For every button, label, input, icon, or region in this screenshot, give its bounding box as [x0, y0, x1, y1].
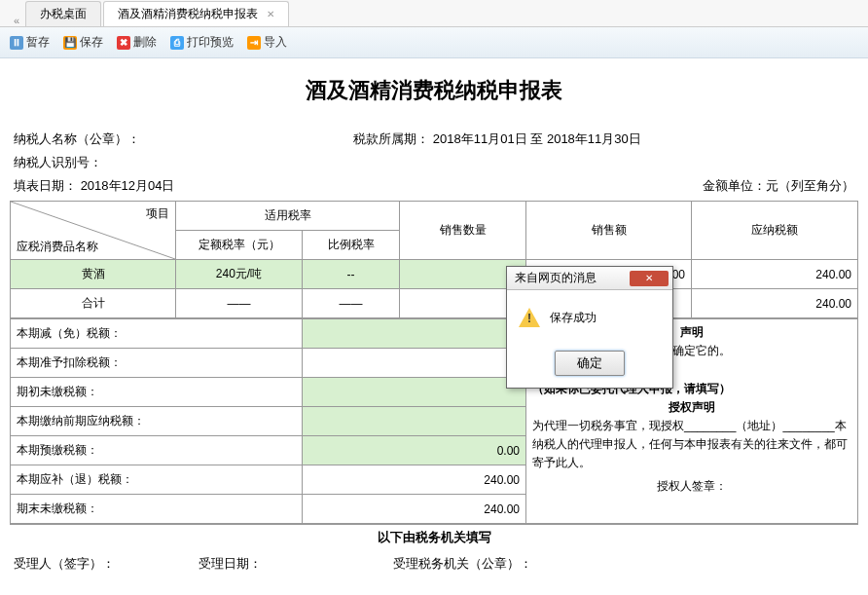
tax-cell: 240.00 [692, 260, 858, 289]
reduce-label: 本期减（免）税额： [11, 319, 303, 349]
fixed-rate-cell[interactable]: 240元/吨 [176, 260, 303, 289]
begin-label: 期初未缴税额： [11, 378, 303, 407]
summary-table: 本期减（免）税额： 0 声明 税收法律的规定填报的，我确定它的。 （如果你已委托… [10, 318, 858, 524]
fill-date-label: 填表日期： [14, 178, 77, 193]
pause-button[interactable]: ⏸暂存 [10, 34, 50, 51]
warning-icon [519, 308, 540, 327]
page-content: 酒及酒精消费税纳税申报表 纳税人名称（公章）： 税款所属期： 2018年11月0… [0, 58, 868, 578]
import-button[interactable]: ⇥导入 [247, 34, 287, 51]
prepay-value[interactable]: 0.00 [303, 436, 526, 465]
authority-footer: 受理人（签字）： 受理日期： 受理税务机关（公章）： [10, 549, 858, 578]
close-icon[interactable]: ✕ [267, 9, 274, 19]
tab-alcohol-tax[interactable]: 酒及酒精消费税纳税申报表 ✕ [103, 1, 289, 26]
unit-label: 金额单位：元（列至角分） [703, 177, 854, 195]
print-icon: ⎙ [170, 36, 184, 50]
reduce-value[interactable]: 0 [303, 319, 526, 349]
tab-label: 办税桌面 [40, 7, 87, 20]
authority-section-header: 以下由税务机关填写 [10, 524, 858, 549]
product-name-cell[interactable]: 黄酒 [11, 260, 176, 289]
import-icon: ⇥ [247, 36, 261, 50]
refund-label: 本期应补（退）税额： [11, 465, 303, 495]
ratio-rate-header: 比例税率 [303, 231, 400, 260]
dialog-ok-button[interactable]: 确定 [555, 351, 625, 376]
tab-bar: « 办税桌面 酒及酒精消费税纳税申报表 ✕ [0, 0, 868, 27]
tab-scroll-left[interactable]: « [8, 15, 25, 26]
rate-header: 适用税率 [176, 202, 400, 231]
refund-value: 240.00 [303, 465, 526, 495]
amount-header: 销售额 [526, 202, 692, 260]
save-icon: 💾 [63, 36, 77, 50]
dialog-message: 保存成功 [550, 310, 597, 326]
prepay-label: 本期预缴税额： [11, 436, 303, 465]
pause-icon: ⏸ [10, 36, 23, 50]
toolbar: ⏸暂存 💾保存 ✖删除 ⎙打印预览 ⇥导入 [0, 27, 868, 58]
save-button[interactable]: 💾保存 [63, 34, 103, 51]
dialog-title: 来自网页的消息 [515, 270, 597, 286]
dialog-close-button[interactable]: ✕ [630, 271, 669, 286]
message-dialog: 来自网页的消息 ✕ 保存成功 确定 [506, 266, 673, 389]
delete-icon: ✖ [117, 36, 130, 50]
tax-table: 项目 应税消费品名称 适用税率 销售数量 销售额 应纳税额 定额税率（元） 比例… [10, 201, 858, 318]
print-preview-button[interactable]: ⎙打印预览 [170, 34, 234, 51]
end-value: 240.00 [303, 495, 526, 524]
page-title: 酒及酒精消费税纳税申报表 [10, 76, 858, 105]
delete-button[interactable]: ✖删除 [117, 34, 157, 51]
dialog-titlebar[interactable]: 来自网页的消息 ✕ [507, 267, 672, 290]
deduct-label: 本期准予扣除税额： [11, 349, 303, 378]
tab-label: 酒及酒精消费税纳税申报表 [118, 7, 258, 20]
qty-header: 销售数量 [400, 202, 526, 260]
prior-label: 本期缴纳前期应纳税额： [11, 407, 303, 436]
table-row: 黄酒 240元/吨 -- 0.00 240.00 [11, 260, 858, 289]
taxpayer-name-label: 纳税人名称（公章）： [14, 130, 286, 148]
tab-desktop[interactable]: 办税桌面 [25, 1, 101, 26]
period-label: 税款所属期： [353, 131, 429, 146]
diagonal-header: 项目 应税消费品名称 [11, 202, 176, 260]
ratio-rate-cell[interactable]: -- [303, 260, 400, 289]
table-row-total: 合计 —— —— 240.00 [11, 289, 858, 318]
fill-date-value: 2018年12月04日 [81, 178, 175, 193]
end-label: 期末未缴税额： [11, 495, 303, 524]
tax-header: 应纳税额 [692, 202, 858, 260]
taxpayer-id-label: 纳税人识别号： [14, 154, 102, 171]
fixed-rate-header: 定额税率（元） [176, 231, 303, 260]
period-value: 2018年11月01日 至 2018年11月30日 [433, 131, 641, 146]
